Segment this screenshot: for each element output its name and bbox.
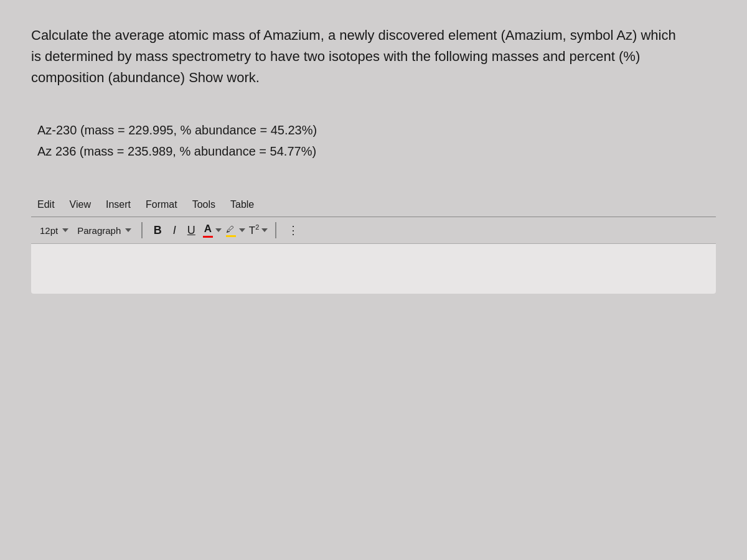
- menu-tools[interactable]: Tools: [192, 199, 215, 210]
- paragraph-style-select[interactable]: Paragraph: [75, 224, 134, 237]
- main-container: Calculate the average atomic mass of Ama…: [0, 0, 747, 560]
- superscript-button[interactable]: T2: [249, 223, 268, 237]
- menu-bar: Edit View Insert Format Tools Table: [31, 193, 716, 217]
- underline-button[interactable]: U: [184, 223, 199, 238]
- paragraph-style-value: Paragraph: [77, 225, 121, 236]
- highlight-underline: [226, 235, 236, 237]
- question-text: Calculate the average atomic mass of Ama…: [31, 25, 685, 88]
- question-body: Calculate the average atomic mass of Ama…: [31, 27, 676, 85]
- font-size-select[interactable]: 12pt: [37, 224, 71, 237]
- italic-button[interactable]: I: [169, 223, 180, 238]
- font-size-chevron-icon: [62, 228, 68, 232]
- isotope-line-2: Az 236 (mass = 235.989, % abundance = 54…: [37, 141, 716, 162]
- more-options-button[interactable]: ⋮: [288, 223, 299, 237]
- bold-button[interactable]: B: [150, 223, 166, 238]
- text-input-area[interactable]: [31, 244, 716, 294]
- superscript-chevron-icon: [261, 228, 268, 232]
- text-color-button[interactable]: A: [203, 223, 222, 238]
- text-color-label: A: [204, 223, 212, 235]
- toolbar: 12pt Paragraph B I U A: [31, 217, 716, 244]
- superscript-label: T2: [249, 223, 260, 237]
- text-color-underline: [203, 236, 213, 238]
- highlight-icon: 🖊: [225, 223, 237, 235]
- isotope-line-1: Az-230 (mass = 229.995, % abundance = 45…: [37, 119, 716, 141]
- highlight-chevron-icon: [239, 228, 245, 232]
- menu-view[interactable]: View: [70, 199, 91, 210]
- isotope-data: Az-230 (mass = 229.995, % abundance = 45…: [31, 119, 716, 162]
- paragraph-chevron-icon: [125, 228, 131, 232]
- text-color-chevron-icon: [215, 228, 222, 232]
- menu-format[interactable]: Format: [146, 199, 177, 210]
- menu-edit[interactable]: Edit: [37, 199, 55, 210]
- menu-insert[interactable]: Insert: [106, 199, 131, 210]
- toolbar-divider-2: [275, 222, 276, 238]
- font-size-value: 12pt: [40, 225, 58, 236]
- svg-text:🖊: 🖊: [226, 225, 234, 234]
- editor-area: Edit View Insert Format Tools Table 12pt…: [31, 193, 716, 560]
- toolbar-divider-1: [141, 222, 143, 238]
- highlight-button[interactable]: 🖊: [225, 223, 245, 237]
- menu-table[interactable]: Table: [230, 199, 254, 210]
